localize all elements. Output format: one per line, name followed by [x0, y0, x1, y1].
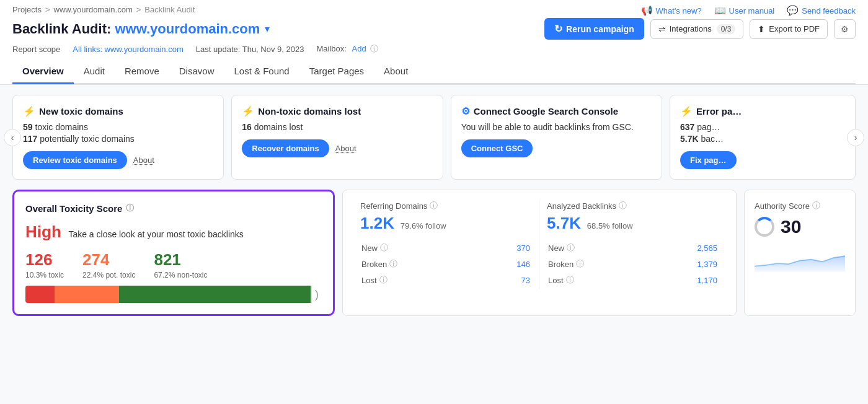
red-score-num: 126 — [25, 250, 64, 270]
referring-domains-value-row: 1.2K 79.6% follow — [360, 214, 531, 233]
nontoxic-lost-card: ⚡ Non-toxic domains lost 16 domains lost… — [231, 95, 443, 180]
analyzed-backlinks-col: Analyzed Backlinks ⓘ 5.7K 68.5% follow N… — [539, 200, 726, 289]
table-row: New ⓘ 370 — [361, 240, 530, 255]
red-score-label: 10.3% toxic — [25, 271, 64, 279]
integrations-button[interactable]: ⇌ Integrations 0/3 — [650, 19, 744, 39]
stats-box: Referring Domains ⓘ 1.2K 79.6% follow Ne… — [342, 190, 737, 316]
ref-new-info[interactable]: ⓘ — [380, 242, 388, 253]
table-row: Broken ⓘ 1,379 — [548, 257, 717, 271]
fix-pages-button[interactable]: Fix pag… — [680, 151, 737, 169]
error-stat1: 637 pag… — [680, 122, 845, 132]
breadcrumb-projects[interactable]: Projects — [12, 5, 42, 14]
export-pdf-button[interactable]: ⬆ Export to PDF — [750, 19, 828, 39]
toxic-about-button[interactable]: About — [133, 156, 154, 165]
analyzed-backlinks-follow: 68.5% follow — [587, 221, 633, 231]
mailbox-label: Mailbox: Add ⓘ — [316, 43, 378, 55]
whats-new-link[interactable]: 📢 What's new? — [641, 5, 702, 16]
domain-link[interactable]: www.yourdomain.com — [115, 21, 260, 37]
analyzed-backlinks-label: Analyzed Backlinks — [547, 201, 616, 211]
gsc-card-title: Connect Google Search Console — [474, 106, 618, 116]
send-feedback-link[interactable]: 💬 Send feedback — [787, 5, 856, 16]
table-row: Lost ⓘ 1,170 — [548, 273, 717, 288]
authority-score-box: Authority Score ⓘ 30 — [744, 190, 856, 316]
last-update: Last update: Thu, Nov 9, 2023 — [196, 45, 304, 54]
ref-lost-label: Lost — [361, 276, 377, 285]
authority-score-info[interactable]: ⓘ — [812, 200, 820, 211]
toxic-stat2: 117 potentially toxic domains — [23, 134, 213, 144]
tab-disavow[interactable]: Disavow — [169, 59, 224, 84]
alert-cards-container: ⚡ New toxic domains 59 toxic domains 117… — [12, 95, 856, 180]
tab-target-pages[interactable]: Target Pages — [299, 59, 374, 84]
rerun-campaign-button[interactable]: ↻ Rerun campaign — [544, 18, 644, 40]
green-score-num: 821 — [154, 250, 207, 270]
table-row: New ⓘ 2,565 — [548, 240, 717, 255]
analyzed-backlinks-value: 5.7K — [547, 214, 581, 232]
orange-score-label: 22.4% pot. toxic — [82, 271, 135, 279]
toxicity-level: High — [25, 222, 61, 241]
tab-audit[interactable]: Audit — [74, 59, 115, 84]
recover-domains-button[interactable]: Recover domains — [242, 139, 329, 157]
all-links-link[interactable]: All links: www.yourdomain.com — [73, 45, 183, 54]
ref-broken-info[interactable]: ⓘ — [389, 258, 397, 270]
bl-broken-info[interactable]: ⓘ — [576, 258, 584, 270]
settings-button[interactable]: ⚙ — [834, 19, 856, 39]
analyzed-backlinks-value-row: 5.7K 68.5% follow — [547, 214, 719, 233]
green-score-label: 67.2% non-toxic — [154, 271, 207, 279]
toxicity-info-icon[interactable]: ⓘ — [126, 203, 134, 214]
ref-broken-value[interactable]: 146 — [516, 260, 530, 269]
breadcrumb-page: Backlink Audit — [144, 5, 195, 14]
meta-row: Report scope All links: www.yourdomain.c… — [12, 43, 856, 55]
tab-about[interactable]: About — [374, 59, 418, 84]
tab-overview[interactable]: Overview — [12, 59, 74, 84]
review-toxic-domains-button[interactable]: Review toxic domains — [23, 151, 127, 169]
stats-grid: Referring Domains ⓘ 1.2K 79.6% follow Ne… — [353, 200, 726, 289]
table-row: Broken ⓘ 146 — [361, 257, 530, 271]
bl-broken-value[interactable]: 1,379 — [697, 260, 717, 269]
green-score-item: 821 67.2% non-toxic — [154, 250, 207, 279]
refresh-icon: ↻ — [554, 23, 562, 35]
connect-gsc-button[interactable]: Connect GSC — [461, 139, 533, 157]
red-score-item: 126 10.3% toxic — [25, 250, 64, 279]
breadcrumb-sep1: > — [45, 5, 50, 14]
analyzed-backlinks-info[interactable]: ⓘ — [619, 200, 627, 211]
orange-score-num: 274 — [82, 250, 135, 270]
toxicity-level-row: High Take a close look at your most toxi… — [25, 222, 322, 242]
ref-lost-value[interactable]: 73 — [521, 276, 530, 285]
toxicity-title-label: Overall Toxicity Score — [25, 203, 122, 214]
tab-lost-found[interactable]: Lost & Found — [224, 59, 299, 84]
bl-broken-label: Broken — [548, 260, 574, 269]
toxic-stat1: 59 toxic domains — [23, 122, 213, 132]
mailbox-add-link[interactable]: Add — [352, 44, 366, 53]
book-icon: 📖 — [714, 5, 726, 16]
tab-remove[interactable]: Remove — [115, 59, 169, 84]
domain-dropdown-icon[interactable]: ▾ — [265, 23, 270, 35]
sparkline-svg — [755, 242, 845, 273]
bolt-icon-toxic: ⚡ — [23, 105, 35, 117]
bar-end-marker: ) — [311, 286, 322, 303]
mailbox-info-icon[interactable]: ⓘ — [370, 44, 378, 53]
table-row: Lost ⓘ 73 — [361, 273, 530, 288]
user-manual-link[interactable]: 📖 User manual — [714, 5, 775, 16]
scores-row: 126 10.3% toxic 274 22.4% pot. toxic 821… — [25, 250, 322, 279]
authority-score-row: 30 — [755, 216, 845, 237]
bl-new-info[interactable]: ⓘ — [567, 242, 575, 253]
tab-bar: Overview Audit Remove Disavow Lost & Fou… — [12, 59, 856, 84]
gear-icon: ⚙ — [841, 24, 849, 34]
nontoxic-about-button[interactable]: About — [335, 144, 356, 153]
toxic-domains-card: ⚡ New toxic domains 59 toxic domains 117… — [12, 95, 224, 180]
breadcrumb-domain[interactable]: www.yourdomain.com — [54, 5, 133, 14]
referring-domains-value: 1.2K — [360, 214, 394, 232]
connect-gsc-card: ⚙ Connect Google Search Console You will… — [451, 95, 662, 180]
bl-lost-info[interactable]: ⓘ — [566, 274, 574, 286]
referring-domains-follow: 79.6% follow — [401, 221, 446, 231]
referring-domains-label: Referring Domains — [360, 201, 427, 211]
authority-circle-icon — [755, 217, 774, 237]
bl-new-value[interactable]: 2,565 — [697, 244, 717, 253]
ref-lost-info[interactable]: ⓘ — [379, 274, 388, 286]
cards-next-arrow[interactable]: › — [847, 129, 864, 146]
ref-new-value[interactable]: 370 — [516, 244, 530, 253]
cards-prev-arrow[interactable]: ‹ — [4, 129, 21, 146]
referring-domains-info[interactable]: ⓘ — [430, 200, 438, 211]
bl-lost-value[interactable]: 1,170 — [697, 276, 717, 285]
authority-sparkline — [755, 242, 845, 275]
